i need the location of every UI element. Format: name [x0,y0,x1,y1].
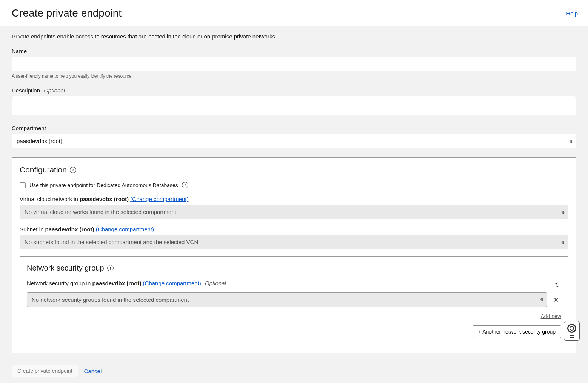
subnet-change-compartment[interactable]: (Change compartment) [96,226,154,232]
name-label: Name [12,48,576,54]
create-button[interactable]: Create private endpoint [12,365,78,377]
name-field: Name A user-friendly name to help you ea… [12,48,576,79]
name-help: A user-friendly name to help you easily … [12,74,576,79]
dialog-header: Create private endpoint Help [0,0,588,26]
compartment-select[interactable]: paasdevdbx (root) [12,134,576,148]
description-field: Description Optional [12,87,576,117]
remove-nsg-icon[interactable]: ✕ [551,296,561,304]
info-icon[interactable]: i [182,182,188,188]
dedicated-adb-row: Use this private endpoint for Dedicated … [20,182,568,188]
dedicated-adb-label: Use this private endpoint for Dedicated … [29,182,178,188]
nsg-title: Network security group i [27,264,561,272]
grid-icon [570,335,574,338]
info-icon[interactable]: i [70,167,76,173]
add-new-row: Add new [27,313,561,319]
form-body: Private endpoints enable access to resou… [0,26,588,359]
optional-tag: Optional [44,87,65,94]
add-another-nsg-button[interactable]: + Another network security group [473,325,561,338]
configuration-panel: Configuration i Use this private endpoin… [12,157,576,353]
dedicated-adb-checkbox[interactable] [20,182,26,188]
nsg-panel: Network security group i Network securit… [20,256,568,345]
lifebuoy-icon [567,324,576,333]
intro-text: Private endpoints enable access to resou… [12,33,576,40]
add-new-link[interactable]: Add new [541,313,561,319]
vcn-change-compartment[interactable]: (Change compartment) [130,196,188,202]
subnet-label: Subnet in paasdevdbx (root) (Change comp… [20,226,568,232]
refresh-icon[interactable]: ↻ [553,280,561,290]
vcn-field: Virtual cloud network in paasdevdbx (roo… [20,196,568,219]
vcn-select[interactable]: No virtual cloud networks found in the s… [20,205,568,219]
compartment-field: Compartment paasdevdbx (root) ⇅ [12,125,576,148]
description-label: Description Optional [12,87,576,94]
nsg-select[interactable]: No network security groups found in the … [27,292,547,307]
compartment-label: Compartment [12,125,576,131]
name-input[interactable] [12,57,576,71]
footer: Create private endpoint Cancel [0,359,588,383]
subnet-field: Subnet in paasdevdbx (root) (Change comp… [20,226,568,249]
cancel-link[interactable]: Cancel [84,368,102,374]
help-link[interactable]: Help [566,10,578,17]
configuration-title: Configuration i [20,165,568,174]
subnet-select[interactable]: No subnets found in the selected compart… [20,235,568,249]
nsg-change-compartment[interactable]: (Change compartment) [143,280,201,286]
nsg-label: Network security group in paasdevdbx (ro… [27,280,550,286]
optional-tag: Optional [205,280,226,286]
info-icon[interactable]: i [107,265,114,271]
help-widget[interactable] [564,321,580,341]
page-title: Create private endpoint [12,7,122,19]
vcn-label: Virtual cloud network in paasdevdbx (roo… [20,196,568,202]
description-input[interactable] [12,96,576,115]
